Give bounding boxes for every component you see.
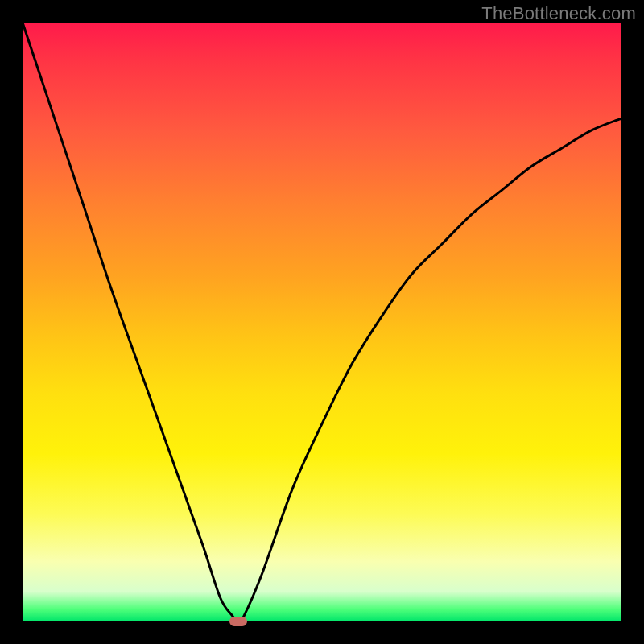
- bottleneck-curve-path: [23, 23, 621, 621]
- optimum-marker: [229, 617, 247, 626]
- chart-frame: TheBottleneck.com: [0, 0, 644, 644]
- watermark-text: TheBottleneck.com: [481, 3, 636, 24]
- curve-svg: [23, 23, 621, 621]
- plot-area: [23, 23, 621, 621]
